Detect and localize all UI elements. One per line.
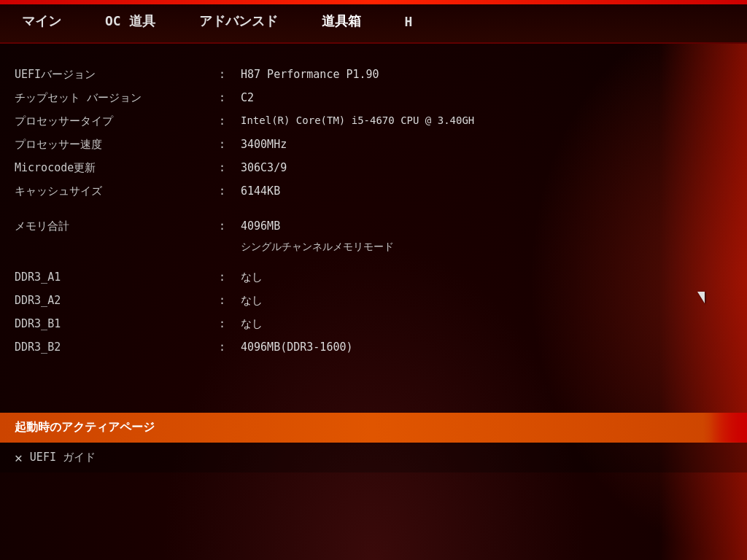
nav-label-main: マイン	[22, 12, 61, 30]
bottom-bar: 起動時のアクティアページ ✕ UEFI ガイド	[0, 413, 747, 472]
info-row-processor-speed: プロセッサー速度 : 3400MHz	[15, 136, 732, 155]
colon-microcode: :	[219, 159, 241, 176]
nav-item-oc-tools[interactable]: OC 道具	[83, 0, 177, 42]
colon-processor-type: :	[219, 112, 241, 130]
info-row-ddr3-a2: DDR3_A2 : なし	[15, 292, 732, 311]
colon-memory: :	[219, 217, 241, 235]
main-content: UEFIバージョン : H87 Performance P1.90 チップセット…	[0, 44, 747, 376]
value-ddr3-b1: なし	[241, 315, 263, 332]
label-ddr3-a1: DDR3_A1	[15, 268, 219, 286]
value-processor-speed: 3400MHz	[241, 136, 287, 153]
label-memory-total: メモリ合計	[15, 217, 219, 235]
info-row-microcode: Microcode更新 : 306C3/9	[15, 159, 732, 178]
gap-2	[15, 257, 732, 268]
value-ddr3-b2: 4096MB(DDR3-1600)	[241, 338, 353, 356]
nav-label-toolbox: 道具箱	[322, 12, 361, 30]
value-processor-type: Intel(R) Core(TM) i5-4670 CPU @ 3.40GH	[241, 112, 474, 128]
colon-processor-speed: :	[219, 136, 241, 153]
nav-label-oc-tools: OC 道具	[105, 12, 155, 30]
info-row-processor-type: プロセッサータイプ : Intel(R) Core(TM) i5-4670 CP…	[15, 112, 732, 131]
label-processor-type: プロセッサータイプ	[15, 112, 219, 130]
colon-ddr3-b2: :	[219, 338, 241, 356]
active-page-label: 起動時のアクティアページ	[15, 420, 155, 435]
label-ddr3-a2: DDR3_A2	[15, 292, 219, 309]
uefi-guide-row[interactable]: ✕ UEFI ガイド	[0, 443, 747, 472]
uefi-guide-icon: ✕	[15, 450, 23, 465]
colon-cache: :	[219, 182, 241, 200]
value-cache-size: 6144KB	[241, 182, 280, 200]
label-cache-size: キャッシュサイズ	[15, 182, 219, 200]
value-microcode: 306C3/9	[241, 159, 287, 176]
gap-1	[15, 206, 732, 217]
value-uefi-version: H87 Performance P1.90	[241, 66, 379, 83]
nav-item-toolbox[interactable]: 道具箱	[300, 0, 383, 42]
uefi-guide-label: UEFI ガイド	[30, 451, 96, 464]
nav-item-more[interactable]: H	[383, 0, 435, 42]
label-uefi-version: UEFIバージョン	[15, 66, 219, 83]
nav-label-more: H	[405, 14, 413, 29]
label-microcode: Microcode更新	[15, 159, 219, 176]
info-row-ddr3-a1: DDR3_A1 : なし	[15, 268, 732, 287]
nav-item-advanced[interactable]: アドバンスド	[177, 0, 300, 42]
info-row-memory-total: メモリ合計 : 4096MB	[15, 217, 732, 236]
navbar: マイン OC 道具 アドバンスド 道具箱 H	[0, 0, 747, 44]
active-page-row[interactable]: 起動時のアクティアページ	[0, 413, 747, 443]
label-processor-speed: プロセッサー速度	[15, 136, 219, 153]
info-row-ddr3-b2: DDR3_B2 : 4096MB(DDR3-1600)	[15, 338, 732, 357]
info-row-chipset: チップセット バージョン : C2	[15, 89, 732, 108]
memory-channel-mode: シングルチャンネルメモリモード	[15, 241, 732, 254]
value-ddr3-a2: なし	[241, 292, 263, 309]
colon-uefi: :	[219, 66, 241, 83]
label-chipset-version: チップセット バージョン	[15, 89, 219, 106]
nav-item-main[interactable]: マイン	[0, 0, 83, 42]
label-ddr3-b2: DDR3_B2	[15, 338, 219, 356]
value-ddr3-a1: なし	[241, 268, 263, 286]
label-ddr3-b1: DDR3_B1	[15, 315, 219, 332]
info-row-uefi: UEFIバージョン : H87 Performance P1.90	[15, 66, 732, 85]
value-memory-total: 4096MB	[241, 217, 280, 235]
info-row-cache: キャッシュサイズ : 6144KB	[15, 182, 732, 201]
colon-chipset: :	[219, 89, 241, 106]
info-row-ddr3-b1: DDR3_B1 : なし	[15, 315, 732, 334]
nav-label-advanced: アドバンスド	[199, 12, 278, 30]
top-accent-bar	[0, 0, 747, 4]
colon-ddr3-a1: :	[219, 268, 241, 286]
value-chipset-version: C2	[241, 89, 254, 106]
mouse-cursor	[697, 292, 705, 303]
colon-ddr3-b1: :	[219, 315, 241, 332]
colon-ddr3-a2: :	[219, 292, 241, 309]
